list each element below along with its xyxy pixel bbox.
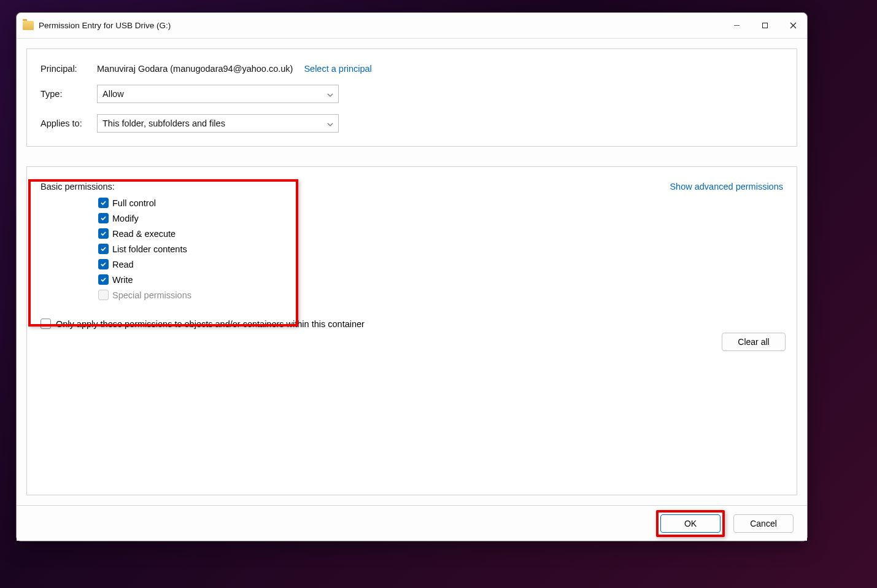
close-button[interactable] <box>779 13 807 39</box>
svg-rect-1 <box>762 23 767 28</box>
window-title: Permission Entry for USB Drive (G:) <box>39 21 171 30</box>
permission-row: Special permissions <box>98 290 783 300</box>
applies-to-label: Applies to: <box>41 118 97 128</box>
permission-row: List folder contents <box>98 244 783 254</box>
window-controls <box>722 13 807 39</box>
permission-checkbox[interactable] <box>98 244 109 254</box>
permission-label: Modify <box>112 214 139 223</box>
content-area: Principal: Manuviraj Godara (manugodara9… <box>17 39 807 505</box>
permission-checkbox[interactable] <box>98 259 109 269</box>
type-select[interactable]: Allow <box>97 85 339 103</box>
permission-row: Full control <box>98 198 783 208</box>
clear-all-button[interactable]: Clear all <box>722 333 786 351</box>
folder-icon <box>23 21 34 30</box>
permission-label: Special permissions <box>112 290 191 300</box>
permission-label: Write <box>112 275 133 285</box>
minimize-button[interactable] <box>722 13 751 39</box>
permission-checkbox <box>98 290 109 300</box>
select-principal-link[interactable]: Select a principal <box>304 64 371 74</box>
permission-label: Read & execute <box>112 229 176 239</box>
permissions-list: Full controlModifyRead & executeList fol… <box>98 198 783 300</box>
permission-checkbox[interactable] <box>98 228 109 239</box>
chevron-down-icon <box>327 118 333 128</box>
only-apply-checkbox[interactable] <box>41 319 51 329</box>
permissions-panel: Basic permissions: Show advanced permiss… <box>26 166 797 495</box>
only-apply-label: Only apply these permissions to objects … <box>56 319 365 329</box>
principal-value: Manuviraj Godara (manugodara94@yahoo.co.… <box>97 64 293 74</box>
permission-row: Write <box>98 274 783 285</box>
permission-row: Read <box>98 259 783 269</box>
permission-checkbox[interactable] <box>98 213 109 223</box>
titlebar: Permission Entry for USB Drive (G:) <box>17 13 807 39</box>
permission-label: Full control <box>112 198 156 208</box>
permission-row: Read & execute <box>98 228 783 239</box>
annotation-highlight-ok: OK <box>656 510 725 537</box>
cancel-button[interactable]: Cancel <box>733 514 794 533</box>
permission-entry-window: Permission Entry for USB Drive (G:) Prin… <box>16 12 808 541</box>
permission-label: List folder contents <box>112 244 187 254</box>
type-label: Type: <box>41 89 97 99</box>
maximize-button[interactable] <box>751 13 779 39</box>
applies-to-select[interactable]: This folder, subfolders and files <box>97 114 339 133</box>
type-select-value: Allow <box>102 89 124 99</box>
permission-checkbox[interactable] <box>98 198 109 208</box>
chevron-down-icon <box>327 89 333 99</box>
applies-to-select-value: This folder, subfolders and files <box>102 118 225 128</box>
only-apply-row: Only apply these permissions to objects … <box>41 319 783 329</box>
permission-row: Modify <box>98 213 783 223</box>
ok-button[interactable]: OK <box>660 514 721 533</box>
show-advanced-permissions-link[interactable]: Show advanced permissions <box>670 182 783 191</box>
permission-checkbox[interactable] <box>98 274 109 285</box>
dialog-footer: OK Cancel <box>17 505 807 541</box>
basic-permissions-heading: Basic permissions: <box>41 182 115 191</box>
principal-panel: Principal: Manuviraj Godara (manugodara9… <box>26 48 797 147</box>
permission-label: Read <box>112 260 134 269</box>
principal-label: Principal: <box>41 64 97 74</box>
